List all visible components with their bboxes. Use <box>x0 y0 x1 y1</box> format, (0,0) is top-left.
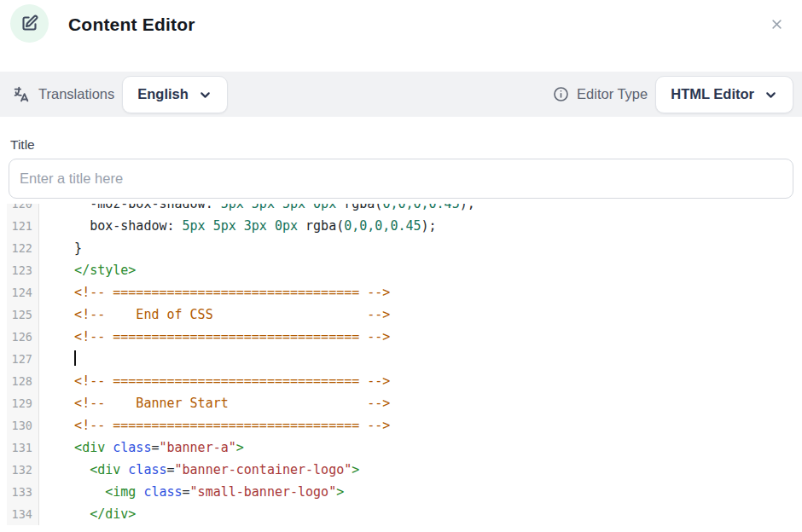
code-line-content <box>39 348 76 370</box>
code-editor[interactable]: 120 -moz-box-shadow: 5px 5px 5px 0px rgb… <box>7 204 802 532</box>
editor-type-group: Editor Type HTML Editor <box>553 76 793 113</box>
language-dropdown-value: English <box>137 86 189 102</box>
code-line[interactable]: 134 </div> <box>7 503 802 525</box>
code-line-content: <img class="small-banner-logo"> <box>39 481 344 503</box>
code-line-content: </style> <box>39 259 136 281</box>
translations-group: Translations English <box>12 76 228 113</box>
line-number: 134 <box>7 503 39 525</box>
chevron-down-icon <box>764 88 778 102</box>
editor-type-dropdown[interactable]: HTML Editor <box>655 76 793 113</box>
dialog-body: Title <box>0 137 802 199</box>
close-icon <box>770 18 783 31</box>
line-number: 130 <box>7 414 39 437</box>
line-number: 128 <box>7 370 39 392</box>
line-number: 133 <box>7 481 39 503</box>
content-editor-avatar <box>10 4 49 43</box>
translate-icon <box>12 85 31 104</box>
code-line[interactable]: 132 <div class="banner-container-logo"> <box>7 459 802 481</box>
editor-type-label: Editor Type <box>577 86 648 102</box>
line-number: 120 <box>7 204 39 215</box>
code-line[interactable]: 125 <!-- End of CSS --> <box>7 304 802 326</box>
code-line[interactable]: 126 <!-- ===============================… <box>7 326 802 348</box>
title-input[interactable] <box>9 159 793 199</box>
code-line-content: } <box>39 237 82 259</box>
text-cursor <box>74 350 76 366</box>
chevron-down-icon <box>198 88 212 102</box>
code-line-content: <!-- End of CSS --> <box>39 304 390 326</box>
code-line-content: box-shadow: 5px 5px 3px 0px rgba(0,0,0,0… <box>39 215 437 237</box>
code-line-content: <div class="banner-container-logo"> <box>39 459 359 481</box>
line-number: 123 <box>7 259 39 281</box>
code-line-content: -moz-box-shadow: 5px 5px 5px 0px rgba(0,… <box>39 204 475 215</box>
line-number: 122 <box>7 237 39 259</box>
translations-label: Translations <box>38 86 114 102</box>
code-line[interactable]: 131 <div class="banner-a"> <box>7 437 802 459</box>
code-line[interactable]: 122 } <box>7 237 802 259</box>
code-line[interactable]: 124 <!-- ===============================… <box>7 281 802 304</box>
code-line[interactable]: 121 box-shadow: 5px 5px 3px 0px rgba(0,0… <box>7 215 802 237</box>
code-line-content: <!-- ================================ --… <box>39 281 390 304</box>
page-title: Content Editor <box>68 0 195 49</box>
code-line-content: <!-- ================================ --… <box>39 414 390 437</box>
code-line[interactable]: 130 <!-- ===============================… <box>7 414 802 437</box>
editor-toolbar: Translations English Editor Type HTML Ed… <box>0 72 802 117</box>
code-line[interactable]: 123 </style> <box>7 259 802 281</box>
language-dropdown[interactable]: English <box>122 76 228 113</box>
edit-icon <box>20 14 38 32</box>
close-button[interactable] <box>767 14 786 33</box>
code-line[interactable]: 128 <!-- ===============================… <box>7 370 802 392</box>
line-number: 121 <box>7 215 39 237</box>
editor-type-dropdown-value: HTML Editor <box>671 86 754 102</box>
code-line-content: <div class="banner-a"> <box>39 437 244 459</box>
code-line[interactable]: 120 -moz-box-shadow: 5px 5px 5px 0px rgb… <box>7 204 802 215</box>
code-line[interactable]: 133 <img class="small-banner-logo"> <box>7 481 802 503</box>
line-number: 127 <box>7 348 39 370</box>
line-number: 132 <box>7 459 39 481</box>
dialog-header: Content Editor <box>0 0 802 72</box>
code-line-content: <!-- Banner Start --> <box>39 392 390 414</box>
line-number: 131 <box>7 437 39 459</box>
line-number: 126 <box>7 326 39 348</box>
code-line-content: <!-- ================================ --… <box>39 326 390 348</box>
info-icon[interactable] <box>553 86 569 102</box>
code-line-content: <!-- ================================ --… <box>39 370 390 392</box>
line-number: 124 <box>7 281 39 304</box>
code-line[interactable]: 129 <!-- Banner Start --> <box>7 392 802 414</box>
code-line[interactable]: 127 <box>7 348 802 370</box>
code-line-content: </div> <box>39 503 136 525</box>
title-label: Title <box>10 137 792 153</box>
code-lines: 120 -moz-box-shadow: 5px 5px 5px 0px rgb… <box>7 204 802 525</box>
line-number: 125 <box>7 304 39 326</box>
line-number: 129 <box>7 392 39 414</box>
